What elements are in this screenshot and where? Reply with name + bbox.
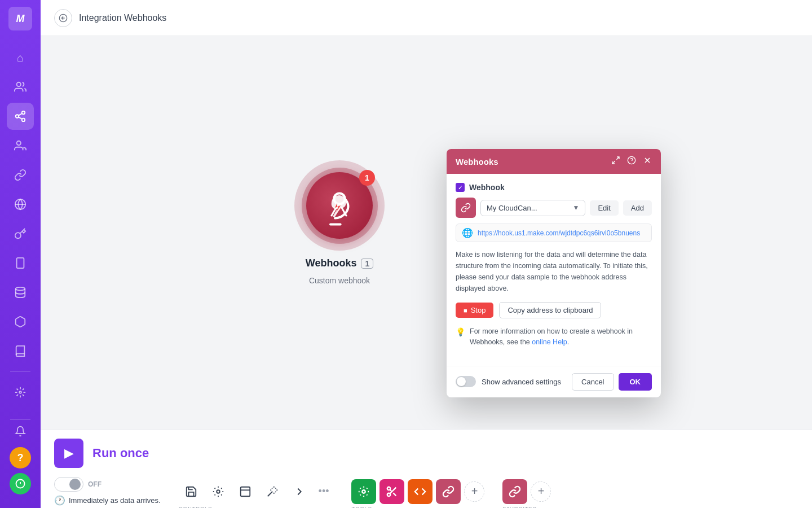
ok-button[interactable]: OK: [619, 373, 652, 391]
fav-add-btn[interactable]: +: [531, 481, 551, 502]
toggle-knob: [457, 377, 466, 386]
edit-button[interactable]: Edit: [590, 200, 618, 216]
svg-line-30: [394, 493, 396, 496]
copy-address-button[interactable]: Copy address to clipboard: [499, 302, 601, 318]
sidebar-item-help[interactable]: ?: [10, 447, 31, 468]
help-link[interactable]: online Help: [532, 338, 567, 346]
help-icon[interactable]: [627, 156, 636, 167]
stop-copy-row: ■ Stop Copy address to clipboard: [456, 302, 652, 318]
webhook-select[interactable]: My CloudCan... ▼: [480, 200, 585, 216]
scheduling-off-label: OFF: [88, 480, 102, 488]
run-label: Run once: [92, 446, 149, 461]
sidebar-item-user[interactable]: [10, 473, 31, 494]
webhook-service-icon: [456, 198, 476, 218]
modal-footer: Show advanced settings Cancel OK: [447, 366, 661, 397]
bottom-bar: ▶ Run once OFF 🕐 Immediately as data arr…: [41, 429, 812, 508]
webhook-node[interactable]: 1 Webhooks 1 Custom webhook: [294, 160, 385, 285]
sidebar-item-links[interactable]: [7, 161, 34, 189]
favorites-section: + FAVORITES: [502, 479, 551, 509]
advanced-settings-row: Show advanced settings: [456, 376, 561, 387]
tool-webhook-btn[interactable]: [436, 479, 461, 504]
fav-webhook-btn[interactable]: [502, 479, 527, 504]
controls-magic-btn[interactable]: [260, 479, 285, 504]
stop-icon: ■: [464, 307, 467, 314]
sidebar-item-cube[interactable]: [7, 308, 34, 335]
svg-point-11: [16, 287, 25, 290]
scheduling-section: OFF 🕐 Immediately as data arrives. SCHED…: [54, 477, 161, 508]
svg-line-18: [612, 161, 615, 164]
controls-flow-btn[interactable]: [287, 479, 312, 504]
sidebar-item-groups[interactable]: [7, 132, 34, 159]
webhook-label-row: ✓ Webhook: [456, 183, 652, 192]
run-once-button[interactable]: ▶: [54, 439, 83, 468]
tool-scissors-btn[interactable]: [379, 479, 404, 504]
close-icon[interactable]: [643, 156, 652, 167]
app-logo[interactable]: M: [8, 7, 32, 30]
expand-icon[interactable]: [611, 156, 620, 167]
sidebar-item-notifications[interactable]: [9, 420, 32, 443]
svg-line-4: [19, 117, 22, 119]
controls-settings-btn[interactable]: [206, 479, 231, 504]
svg-rect-24: [240, 487, 250, 496]
svg-point-12: [19, 391, 21, 393]
controls-more-btn[interactable]: •••: [314, 485, 334, 497]
cancel-button[interactable]: Cancel: [572, 373, 614, 391]
add-button[interactable]: Add: [623, 200, 652, 216]
main-content: Integration Webhooks: [41, 0, 812, 508]
controls-save-btn[interactable]: [179, 479, 204, 504]
clock-icon: 🕐: [54, 495, 65, 506]
svg-line-17: [616, 157, 619, 160]
tool-brackets-btn[interactable]: [408, 479, 433, 504]
tools-label: TOOLS: [351, 506, 484, 509]
webhook-selector-row: My CloudCan... ▼ Edit Add: [456, 198, 652, 218]
run-row: ▶ Run once: [54, 439, 798, 468]
node-sublabel: Custom webhook: [309, 276, 370, 285]
modal-body: ✓ Webhook My CloudCan... ▼ Edit Add: [447, 174, 661, 366]
svg-point-28: [387, 493, 391, 496]
sidebar-item-database[interactable]: [7, 279, 34, 306]
sidebar-bottom: ?: [9, 420, 32, 501]
svg-point-2: [16, 115, 19, 118]
stop-button[interactable]: ■ Stop: [456, 303, 493, 318]
svg-line-5: [19, 113, 22, 116]
advanced-settings-toggle[interactable]: [456, 376, 476, 387]
webhook-url[interactable]: https://hook.us1.make.com/wjdtdpc6qs6irv…: [478, 229, 646, 237]
sidebar-item-users[interactable]: [7, 73, 34, 100]
svg-point-26: [363, 490, 366, 493]
sidebar-item-globe[interactable]: [7, 191, 34, 218]
controls-section: ••• CONTROLS: [179, 479, 334, 509]
sidebar-item-dot[interactable]: [7, 379, 34, 406]
svg-point-1: [22, 111, 25, 115]
modal-title: Webhooks: [456, 157, 498, 167]
modal-header: Webhooks: [447, 149, 661, 174]
svg-point-23: [217, 490, 220, 493]
sidebar-item-share[interactable]: [7, 103, 34, 130]
svg-line-31: [390, 489, 392, 492]
node-circle[interactable]: 1: [306, 172, 373, 239]
controls-view-btn[interactable]: [233, 479, 258, 504]
modal-header-actions: [611, 156, 652, 167]
sidebar-item-mobile[interactable]: [7, 249, 34, 277]
node-badge: 1: [359, 170, 375, 186]
scheduling-toggle[interactable]: [54, 477, 83, 492]
sidebar-item-key[interactable]: [7, 220, 34, 247]
help-row: 💡 For more information on how to create …: [456, 326, 652, 348]
tool-add-btn[interactable]: +: [464, 481, 484, 502]
sidebar-item-book[interactable]: [7, 338, 34, 365]
sidebar-divider-1: [10, 371, 30, 372]
webhook-checkbox[interactable]: ✓: [456, 183, 465, 192]
bulb-icon: 💡: [456, 327, 465, 336]
webhook-url-row: 🌐 https://hook.us1.make.com/wjdtdpc6qs6i…: [456, 224, 652, 242]
favorites-label: FAVORITES: [502, 506, 551, 509]
sidebar: M ⌂: [0, 0, 41, 508]
svg-point-27: [387, 487, 391, 490]
tool-save-btn[interactable]: [351, 479, 376, 504]
scheduling-description: Immediately as data arrives.: [69, 496, 161, 505]
back-button[interactable]: [54, 9, 72, 27]
node-label: Webhooks 1: [306, 257, 373, 269]
page-title: Integration Webhooks: [79, 13, 166, 23]
sidebar-item-home[interactable]: ⌂: [7, 44, 34, 71]
play-icon: ▶: [64, 446, 74, 461]
node-count: 1: [361, 259, 373, 269]
webhook-description: Make is now listening for the data and w…: [456, 249, 652, 294]
